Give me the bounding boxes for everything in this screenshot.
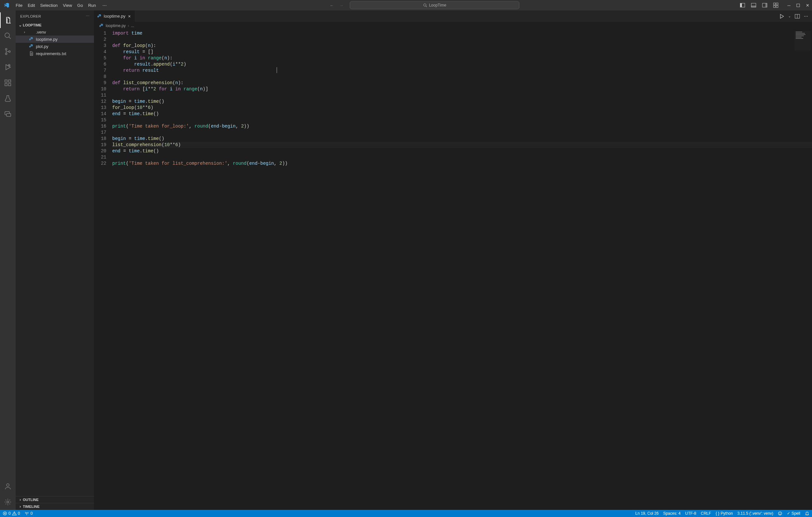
- python-file-icon: [29, 44, 34, 49]
- titlebar-center: ← → LoopTime: [109, 1, 738, 9]
- code-line[interactable]: import time: [112, 30, 812, 36]
- svg-rect-7: [765, 3, 767, 7]
- menu-run[interactable]: Run: [85, 2, 98, 9]
- error-count: 0: [8, 511, 11, 516]
- timeline-label: TIMELINE: [23, 505, 39, 509]
- menu-file[interactable]: File: [13, 2, 25, 9]
- svg-point-40: [778, 512, 782, 515]
- editor-viewport[interactable]: 12345678910111213141516171819202122 impo…: [94, 30, 812, 510]
- file-tree-item[interactable]: requirements.txt: [16, 50, 94, 57]
- code-line[interactable]: result.append(i**2): [112, 61, 812, 67]
- status-feedback-icon[interactable]: [778, 511, 782, 516]
- svg-rect-3: [740, 3, 742, 7]
- run-file-icon[interactable]: [779, 14, 784, 19]
- status-language[interactable]: { } Python: [716, 511, 733, 516]
- status-interpreter[interactable]: 3.11.5 ('.venv': venv): [737, 511, 773, 516]
- editor-area: looptime.py × ⌄ ⋯ looptime.py › ... 1234…: [94, 10, 812, 510]
- source-control-activity-icon[interactable]: [0, 44, 16, 59]
- explorer-title-label: EXPLORER: [20, 15, 41, 18]
- code-line[interactable]: def for_loop(n):: [112, 43, 812, 49]
- status-spaces[interactable]: Spaces: 4: [663, 511, 680, 516]
- layout-panel-icon[interactable]: [750, 1, 757, 9]
- breadcrumb[interactable]: looptime.py › ...: [94, 22, 812, 30]
- customize-layout-icon[interactable]: [772, 1, 780, 9]
- code-line[interactable]: end = time.time(): [112, 111, 812, 117]
- status-spell[interactable]: ✓ Spell: [787, 511, 800, 516]
- file-tree-item[interactable]: plot.py: [16, 43, 94, 50]
- code-line[interactable]: list_comprehension(10**6): [112, 142, 812, 148]
- explorer-more-icon[interactable]: ⋯: [86, 14, 90, 18]
- explorer-title: EXPLORER ⋯: [16, 10, 94, 22]
- code-content[interactable]: import timedef for_loop(n): result = [] …: [112, 30, 812, 167]
- status-lncol[interactable]: Ln 19, Col 26: [636, 511, 659, 516]
- code-line[interactable]: return result: [112, 67, 812, 74]
- status-problems[interactable]: 0 0: [3, 511, 20, 516]
- code-line[interactable]: print('Time taken for_loop:', round(end-…: [112, 123, 812, 130]
- layout-sidebar-left-icon[interactable]: [738, 1, 747, 9]
- tab-looptime[interactable]: looptime.py ×: [94, 10, 135, 22]
- outline-section[interactable]: › OUTLINE: [16, 496, 94, 503]
- split-editor-icon[interactable]: [795, 14, 800, 19]
- testing-activity-icon[interactable]: [0, 91, 16, 106]
- sidebar-footer: › OUTLINE › TIMELINE: [16, 496, 94, 510]
- search-activity-icon[interactable]: [0, 28, 16, 44]
- command-center[interactable]: LoopTime: [350, 1, 519, 9]
- warning-icon: [12, 511, 17, 516]
- python-file-icon: [29, 37, 34, 41]
- menu-view[interactable]: View: [60, 2, 75, 9]
- status-notifications-icon[interactable]: [805, 511, 809, 516]
- code-line[interactable]: for i in range(n):: [112, 55, 812, 61]
- svg-rect-21: [5, 80, 7, 82]
- code-line[interactable]: [112, 154, 812, 161]
- explorer-activity-icon[interactable]: [0, 12, 16, 28]
- file-tree-item[interactable]: ›.venv: [16, 28, 94, 35]
- titlebar-left: FileEditSelectionViewGoRun ⋯: [1, 1, 109, 9]
- status-ports[interactable]: 0: [25, 511, 33, 516]
- error-icon: [3, 511, 7, 516]
- file-tree-item[interactable]: looptime.py: [16, 35, 94, 43]
- minimize-icon[interactable]: ─: [786, 2, 792, 9]
- menu-selection[interactable]: Selection: [37, 2, 60, 9]
- svg-point-27: [6, 484, 9, 486]
- close-window-icon[interactable]: ✕: [805, 2, 811, 9]
- code-line[interactable]: return [i**2 for i in range(n)]: [112, 86, 812, 92]
- vscode-logo-icon: [3, 1, 10, 9]
- nav-forward-icon[interactable]: →: [338, 2, 345, 9]
- maximize-icon[interactable]: [795, 2, 801, 8]
- tab-bar: looptime.py × ⌄ ⋯: [94, 10, 812, 22]
- chat-activity-icon[interactable]: [0, 106, 16, 122]
- folder-header[interactable]: ⌄ LOOPTIME: [16, 22, 94, 28]
- status-eol[interactable]: CRLF: [701, 511, 711, 516]
- code-line[interactable]: [112, 92, 812, 98]
- run-dropdown-icon[interactable]: ⌄: [788, 15, 791, 18]
- code-line[interactable]: def list_comprehension(n):: [112, 80, 812, 86]
- code-line[interactable]: [112, 130, 812, 136]
- svg-line-14: [9, 37, 11, 39]
- code-line[interactable]: for_loop(10**6): [112, 105, 812, 111]
- accounts-icon[interactable]: [0, 479, 16, 494]
- code-line[interactable]: result = []: [112, 49, 812, 55]
- nav-back-icon[interactable]: ←: [328, 2, 335, 9]
- run-debug-activity-icon[interactable]: [0, 59, 16, 75]
- editor-more-icon[interactable]: ⋯: [804, 14, 808, 19]
- menu-bar: FileEditSelectionViewGoRun: [13, 2, 98, 9]
- code-line[interactable]: begin = time.time(): [112, 136, 812, 142]
- tab-close-icon[interactable]: ×: [127, 13, 131, 20]
- code-line[interactable]: begin = time.time(): [112, 98, 812, 105]
- settings-gear-icon[interactable]: [0, 494, 16, 510]
- timeline-section[interactable]: › TIMELINE: [16, 503, 94, 510]
- layout-sidebar-right-icon[interactable]: [761, 1, 768, 9]
- minimap[interactable]: [794, 31, 811, 51]
- extensions-activity-icon[interactable]: [0, 75, 16, 91]
- code-line[interactable]: print('Time taken for list_comprehension…: [112, 161, 812, 167]
- svg-point-42: [780, 512, 781, 513]
- code-line[interactable]: end = time.time(): [112, 148, 812, 154]
- menu-edit[interactable]: Edit: [25, 2, 37, 9]
- menu-go[interactable]: Go: [75, 2, 85, 9]
- code-line[interactable]: [112, 117, 812, 123]
- status-encoding[interactable]: UTF-8: [685, 511, 696, 516]
- workbench: EXPLORER ⋯ ⌄ LOOPTIME ›.venvlooptime.pyp…: [0, 10, 812, 510]
- menu-more-icon[interactable]: ⋯: [100, 2, 109, 9]
- code-line[interactable]: [112, 74, 812, 80]
- code-line[interactable]: [112, 36, 812, 43]
